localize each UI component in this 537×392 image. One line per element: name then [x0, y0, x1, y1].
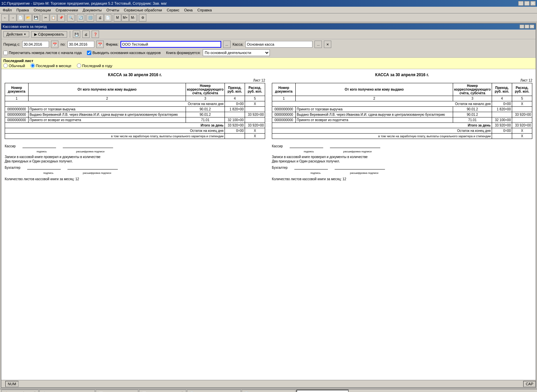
kassa-input[interactable]: [245, 41, 312, 48]
radio-last-month-input[interactable]: [31, 63, 35, 68]
salary-income-right: [492, 134, 512, 139]
toolbar-preview[interactable]: 📄: [104, 14, 111, 21]
col-from-to-r: От кого получено или кому выдано: [296, 83, 453, 96]
row3-desc-right: Принято от возврат из подотчета: [296, 117, 453, 123]
balance-end-label-right: Остаток на конец дня: [272, 128, 492, 134]
toolbar-paste[interactable]: 📌: [57, 14, 65, 21]
col-expense-r: Расход,руб. коп.: [512, 83, 532, 96]
row1-desc-left: Принято от торговая выручка: [29, 107, 186, 112]
toolbar-calc[interactable]: 🔢: [87, 14, 94, 21]
radio-last-year[interactable]: Последний в году: [77, 63, 112, 68]
help-icon-btn[interactable]: ❓: [92, 31, 99, 38]
menu-help[interactable]: Справка: [195, 7, 214, 13]
show-basis-checkbox[interactable]: [87, 51, 91, 55]
toolbar-refresh[interactable]: 🔄: [77, 14, 84, 21]
print-icon-btn[interactable]: 🖨: [82, 31, 90, 38]
toolbar-m-plus[interactable]: М+: [121, 14, 129, 21]
play-icon: ▶: [34, 32, 37, 37]
window-close-btn[interactable]: ✕: [530, 24, 534, 29]
table-row: Остаток на конец дня 0=00 Х: [272, 128, 532, 134]
toolbar-cut[interactable]: ✂: [42, 14, 49, 21]
row2-expense-left: 33 920=00: [245, 112, 265, 117]
book-forms-select[interactable]: По основной деятельности: [203, 49, 270, 56]
period-from-input[interactable]: [22, 41, 49, 48]
row3-account-left: 71.01: [186, 117, 225, 123]
radio-normal-input[interactable]: [3, 63, 8, 68]
row1-desc-right: Принято от торговая выручка: [296, 107, 453, 112]
action-bar: Действия ▼ ▶ Сформировать 💾 🖨 ❓: [1, 30, 536, 39]
salary-label-right: в том числе на заработную плату, выплаты…: [272, 134, 492, 139]
toolbar-save[interactable]: 💾: [32, 14, 40, 21]
save-icon-btn[interactable]: 💾: [73, 31, 80, 38]
menu-windows[interactable]: Окна: [182, 7, 195, 13]
toolbar-m-minus[interactable]: М-: [129, 14, 137, 21]
row1-income-left: 1 820=00: [225, 107, 245, 112]
taskbar-doc2[interactable]: 📄 Доку...: 2 квартал 2016 г. -...: [242, 390, 296, 392]
row1-num-left: 0000000000: [5, 107, 29, 112]
toolbar-m[interactable]: М: [114, 14, 121, 21]
radio-last-month[interactable]: Последний в месяце: [31, 63, 71, 68]
menu-service-ops[interactable]: Сервисные обработки: [122, 7, 164, 13]
taskbar-kassbook[interactable]: 📖 Кассовая книга за период: [296, 390, 349, 392]
salary-expense-right: Х: [512, 134, 532, 139]
table-row: в том числе на заработную плату, выплаты…: [272, 134, 532, 139]
close-btn[interactable]: ✕: [530, 1, 536, 6]
radio-normal[interactable]: Обычный: [3, 63, 25, 68]
cap-indicator: CAP: [523, 381, 536, 387]
toolbar-copy[interactable]: 📋: [50, 14, 57, 21]
report-container: КАССА за 30 апреля 2016 г. Лист 12 Номер…: [5, 72, 532, 181]
period-to-input[interactable]: [67, 41, 94, 48]
taskbar-firm-ooo[interactable]: 📊 Фирма: ООО Тестовый: [139, 390, 186, 392]
menu-edit[interactable]: Правка: [14, 7, 31, 13]
menu-documents[interactable]: Документы: [81, 7, 104, 13]
renumber-checkbox-label[interactable]: Пересчитать номера листов с начала года: [3, 51, 82, 55]
balance-end-label-left: Остаток на конец дня: [5, 128, 225, 134]
form-button[interactable]: ▶ Сформировать: [31, 31, 67, 38]
taskbar-inventory[interactable]: 📋 Документы Инвентаризация: [39, 390, 95, 392]
window-minimize-btn[interactable]: _: [520, 24, 524, 29]
firm-search-icon[interactable]: ...: [223, 41, 231, 48]
cashier-decode-right: [330, 144, 380, 148]
toolbar-find[interactable]: 🔍: [67, 14, 75, 21]
menu-file[interactable]: Файл: [1, 7, 14, 13]
toolbar-back[interactable]: ←: [1, 14, 9, 21]
window-maximize-btn[interactable]: □: [525, 24, 529, 29]
col-income: Приход,руб. коп.: [225, 83, 245, 96]
sep8: [70, 31, 70, 38]
toolbar-print[interactable]: 🖨: [96, 14, 104, 21]
kassa-search-icon[interactable]: ...: [314, 41, 322, 48]
period-to-calendar-icon[interactable]: 📅: [96, 41, 104, 48]
period-from-calendar-icon[interactable]: 📅: [51, 41, 58, 48]
radio-last-year-input[interactable]: [77, 63, 81, 68]
toolbar-settings[interactable]: ⚙: [139, 14, 146, 21]
minimize-btn[interactable]: _: [518, 1, 524, 6]
actions-dropdown[interactable]: Действия ▼: [3, 31, 29, 37]
maximize-btn[interactable]: □: [524, 1, 530, 6]
cashier-label-left: Кассир: [5, 144, 16, 148]
window-title-bar: Кассовая книга за период _ □ ✕: [1, 23, 536, 30]
taskbar-firms-ref[interactable]: 📊 Справочник: Фирмы: [96, 390, 138, 392]
renumber-checkbox[interactable]: [3, 51, 8, 55]
toolbar-new[interactable]: 📄: [17, 14, 24, 21]
toolbar-open[interactable]: 📂: [25, 14, 32, 21]
kassa-label: Касса:: [233, 42, 244, 46]
kassa-clear-icon[interactable]: ✕: [324, 41, 331, 48]
menu-reports[interactable]: Отчеты: [104, 7, 121, 13]
menu-bar: Файл Правка Операции Справочники Докумен…: [0, 7, 537, 13]
taskbar-panel[interactable]: 🏠 Панель функций: [1, 390, 39, 392]
verified-text2-left: Два приходных и Один расходных получил.: [5, 159, 265, 163]
menu-references[interactable]: Справочники: [54, 7, 80, 13]
report-right: КАССА за 30 апреля 2016 г. Лист 12 Номер…: [272, 72, 532, 181]
firm-input[interactable]: [120, 41, 221, 48]
menu-service[interactable]: Сервис: [165, 7, 182, 13]
content-area[interactable]: КАССА за 30 апреля 2016 г. Лист 12 Номер…: [1, 69, 536, 380]
period-row: Период с: 📅 по: 📅 Фирма: ... Касса: ... …: [3, 41, 534, 48]
row2-income-right: [492, 112, 512, 117]
taskbar-doc1[interactable]: 📄 Доку...: 2 квартал 2016 г. -...: [187, 390, 241, 392]
accountant-decode-sublabel-right: расшифровка подписи: [339, 172, 389, 175]
table-row: 0000000000 Принято от возврат из подотче…: [272, 117, 532, 123]
menu-operations[interactable]: Операции: [32, 7, 53, 13]
toolbar-forward[interactable]: →: [9, 14, 16, 21]
show-basis-checkbox-label[interactable]: Выводить основания кассовых ордеров: [87, 51, 160, 55]
toolbar: ← → 📄 📂 💾 ✂ 📋 📌 🔍 🔄 🔢 🖨 📄 М М+ М- ⚙: [0, 13, 537, 22]
